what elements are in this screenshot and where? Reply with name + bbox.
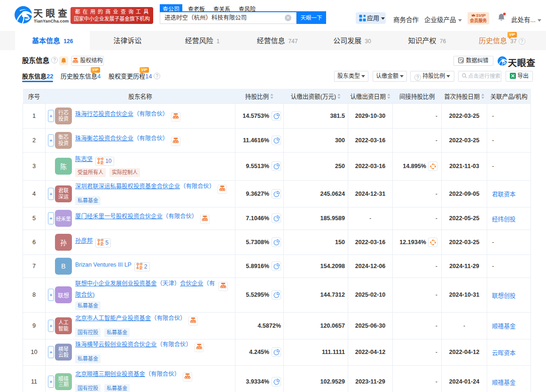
svg-text:企: 企 (100, 160, 104, 164)
svg-text:企: 企 (139, 265, 143, 269)
svg-text:企: 企 (100, 241, 104, 246)
